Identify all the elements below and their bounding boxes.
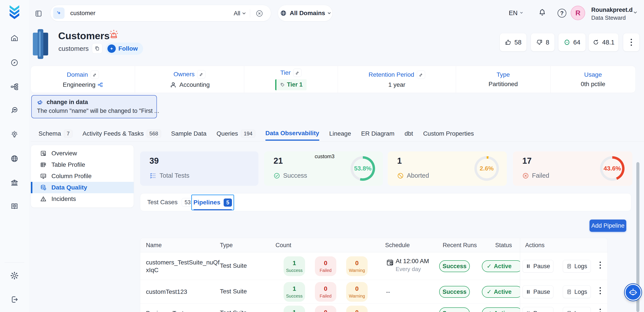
logs-button[interactable]: Logs — [563, 285, 591, 298]
user-menu-chevron-icon[interactable] — [634, 10, 637, 13]
views-button[interactable]: 64 — [558, 33, 586, 51]
chevron-down-icon — [328, 11, 331, 14]
tab-queries[interactable]: Queries194 — [217, 127, 255, 141]
tab-activity-feeds[interactable]: Activity Feeds & Tasks568 — [82, 127, 161, 141]
logout-icon[interactable] — [10, 295, 18, 304]
tab-sample-data[interactable]: Sample Data — [171, 127, 206, 141]
pause-button[interactable]: Pause — [522, 285, 554, 298]
clear-search-icon[interactable] — [256, 10, 263, 17]
pause-button[interactable]: Pause — [522, 307, 554, 312]
announcement-banner[interactable]: change in data The column "name" will be… — [31, 95, 157, 118]
tab-schema[interactable]: Schema7 — [38, 127, 72, 141]
edit-pencil-icon[interactable] — [293, 69, 302, 77]
tab-test-cases[interactable]: Test Cases 53 — [147, 194, 194, 211]
tier-badge[interactable]: Tier 1 — [275, 79, 306, 90]
edit-pencil-icon[interactable] — [417, 71, 425, 79]
row-kebab-icon[interactable] — [599, 309, 601, 312]
chevron-down-icon — [520, 11, 523, 14]
follow-button[interactable]: Follow — [106, 43, 143, 55]
domain-value[interactable]: Engineering — [63, 81, 96, 88]
table-row[interactable]: customers_TestSuite_nuQfxIqC Test Suite … — [140, 252, 608, 280]
language-select[interactable]: EN — [509, 8, 522, 19]
retention-label: Retention Period — [368, 71, 414, 78]
page-title: Customers — [58, 30, 110, 42]
help-icon[interactable]: ? — [558, 9, 566, 18]
more-actions-button[interactable] — [623, 33, 640, 51]
lineage-flow-icon[interactable] — [10, 83, 18, 91]
tab-lineage[interactable]: Lineage — [329, 127, 351, 141]
copy-icon[interactable] — [92, 43, 102, 54]
warning-count-pill: 0Warning — [346, 256, 368, 276]
settings-gear-icon[interactable] — [10, 271, 19, 280]
user-avatar[interactable]: R — [571, 6, 585, 20]
row-kebab-icon[interactable] — [599, 262, 601, 269]
tab-pipelines[interactable]: Pipelines 5 — [191, 195, 234, 210]
row-kebab-icon[interactable] — [599, 287, 601, 294]
pipeline-name[interactable]: customers_TestSuite_nuQfxIqC — [146, 258, 222, 274]
calendar-clock-icon — [386, 258, 394, 266]
user-name: Rounakpreet.d — [591, 7, 632, 13]
tabs-divider — [31, 141, 644, 141]
add-pipeline-button[interactable]: Add Pipeline — [590, 220, 626, 232]
all-domains-button[interactable]: All Domains — [278, 5, 332, 22]
recent-run-badge[interactable]: Success — [439, 307, 470, 312]
alert-siren-icon[interactable] — [109, 29, 119, 39]
status-badge: ✓Active — [482, 286, 522, 298]
observability-icon[interactable] — [10, 106, 18, 115]
table-row[interactable]: Business Tests Test Suite 1Success 0Fail… — [140, 304, 608, 312]
notifications-bell-icon[interactable] — [538, 8, 546, 17]
ai-sparkles-icon[interactable] — [53, 8, 64, 19]
home-icon[interactable] — [10, 34, 18, 42]
chatbot-button[interactable] — [625, 284, 641, 300]
edit-pencil-icon[interactable] — [197, 70, 206, 78]
table-row[interactable]: customTest123 Test Suite 1Success 0Faile… — [140, 280, 608, 304]
check-circle-icon — [274, 173, 280, 179]
logs-button[interactable]: Logs — [563, 260, 591, 272]
metadata-type: Type Partitioned — [456, 66, 550, 93]
recent-run-badge[interactable]: Success — [439, 260, 470, 272]
tab-data-observability[interactable]: Data Observability — [266, 127, 319, 141]
domains-globe-icon[interactable] — [10, 154, 18, 163]
table-asset-icon — [33, 29, 48, 59]
global-search-bar[interactable]: All — [50, 5, 271, 22]
upvote-button[interactable]: 58 — [500, 33, 526, 51]
subnav-overview[interactable]: Overview — [31, 148, 134, 159]
chevron-down-icon — [242, 11, 246, 14]
governance-bank-icon[interactable] — [10, 179, 18, 187]
sidebar-toggle-icon[interactable] — [34, 10, 42, 18]
usage-value: 0th pctile — [581, 81, 605, 88]
breadcrumb[interactable]: customers — [58, 45, 88, 52]
edit-pencil-icon[interactable] — [90, 71, 99, 79]
refresh-metric-button[interactable]: 48.1 — [589, 33, 618, 51]
type-value: Partitioned — [489, 81, 518, 88]
success-count-pill: 1Success — [284, 282, 305, 302]
subnav-incidents[interactable]: Incidents — [31, 193, 134, 205]
thumbs-up-icon — [505, 39, 512, 46]
search-scope-select[interactable]: All — [234, 5, 245, 22]
app-logo[interactable] — [8, 5, 21, 20]
column-profile-icon — [40, 173, 46, 180]
col-actions: Actions — [525, 238, 545, 252]
col-name: Name — [146, 238, 162, 252]
glossary-book-icon[interactable] — [10, 202, 18, 210]
tab-custom-properties[interactable]: Custom Properties — [423, 127, 474, 141]
insights-bulb-icon[interactable] — [10, 130, 18, 139]
recent-run-badge[interactable]: Success — [439, 286, 470, 298]
explore-compass-icon[interactable] — [10, 59, 18, 67]
owners-value[interactable]: Accounting — [180, 81, 210, 88]
actions-sticky-cell: Pause Logs — [520, 252, 608, 280]
subnav-table-profile[interactable]: Table Profile — [31, 159, 134, 171]
pipeline-name[interactable]: Business Tests — [146, 309, 222, 312]
tab-dbt[interactable]: dbt — [404, 127, 413, 141]
subnav-column-profile[interactable]: Column Profile — [31, 171, 134, 182]
logs-button[interactable]: Logs — [563, 307, 591, 312]
downvote-button[interactable]: 8 — [531, 33, 554, 51]
metadata-tier: Tier Tier 1 — [244, 66, 338, 93]
pause-button[interactable]: Pause — [522, 260, 554, 272]
table-header: Name Type Count Schedule Recent Runs Sta… — [140, 238, 608, 252]
globe-icon — [280, 10, 287, 17]
pipeline-name[interactable]: customTest123 — [146, 288, 222, 295]
subnav-data-quality[interactable]: Data Quality — [31, 182, 134, 193]
user-menu[interactable]: Rounakpreet.d Data Steward — [591, 7, 632, 21]
tab-er-diagram[interactable]: ER Diagram — [361, 127, 394, 141]
